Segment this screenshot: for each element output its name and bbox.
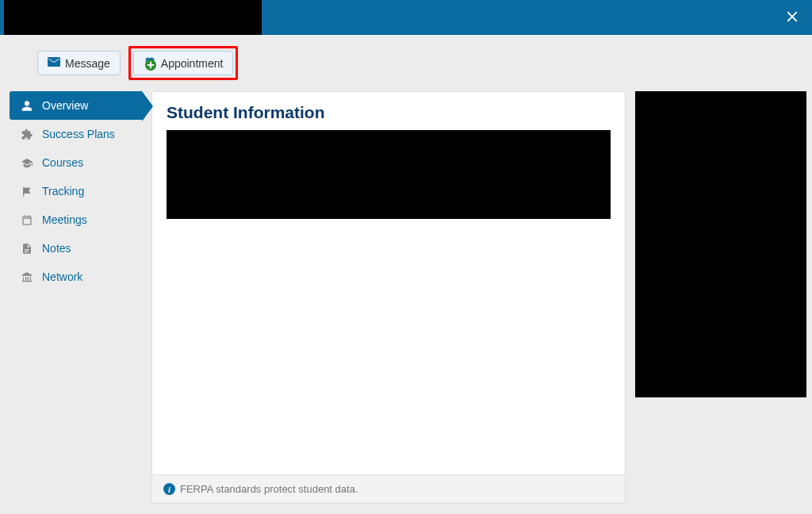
sidebar-item-notes[interactable]: Notes — [10, 234, 142, 263]
calendar-icon — [20, 214, 34, 226]
sidebar-item-label: Courses — [42, 156, 83, 169]
toolbar: Message Appointment — [0, 35, 812, 91]
calendar-plus-icon — [144, 56, 156, 70]
sidebar-item-tracking[interactable]: Tracking — [10, 177, 142, 205]
sidebar-item-success-plans[interactable]: Success Plans — [10, 120, 142, 148]
highlight-annotation: Appointment — [128, 46, 239, 80]
appointment-button-label: Appointment — [161, 57, 224, 70]
right-redacted-block — [635, 91, 806, 397]
sidebar-item-overview[interactable]: Overview — [10, 91, 142, 120]
envelope-icon — [48, 56, 60, 70]
flag-icon — [20, 186, 34, 198]
message-button-label: Message — [65, 57, 110, 70]
sidebar-item-label: Network — [42, 270, 82, 283]
header-redacted-block — [4, 0, 262, 35]
user-icon — [20, 100, 34, 112]
puzzle-icon — [20, 128, 34, 140]
sidebar-item-label: Notes — [42, 242, 71, 255]
sidebar-item-label: Tracking — [42, 185, 84, 198]
sidebar-item-courses[interactable]: Courses — [10, 148, 142, 177]
panel-footer: i FERPA standards protect student data. — [152, 474, 625, 503]
message-button[interactable]: Message — [37, 51, 121, 75]
panel-title: Student Information — [152, 92, 625, 130]
sidebar-item-meetings[interactable]: Meetings — [10, 205, 142, 234]
appointment-button[interactable]: Appointment — [133, 51, 234, 75]
close-button[interactable] — [783, 6, 801, 31]
institution-icon — [20, 271, 34, 283]
student-info-redacted — [167, 130, 611, 219]
sidebar-item-network[interactable]: Network — [10, 263, 142, 291]
sidebar-item-label: Meetings — [42, 213, 87, 226]
info-icon: i — [163, 483, 175, 495]
graduation-icon — [20, 157, 34, 169]
panel-body — [152, 219, 625, 474]
document-icon — [20, 243, 34, 255]
main-area: Overview Success Plans Courses Tracking … — [0, 91, 812, 504]
footer-text: FERPA standards protect student data. — [180, 483, 358, 495]
right-panel — [635, 91, 806, 504]
content-panel: Student Information i FERPA standards pr… — [151, 91, 626, 504]
header — [0, 0, 812, 35]
sidebar-item-label: Success Plans — [42, 128, 115, 140]
sidebar-item-label: Overview — [42, 99, 88, 112]
sidebar: Overview Success Plans Courses Tracking … — [10, 91, 142, 504]
